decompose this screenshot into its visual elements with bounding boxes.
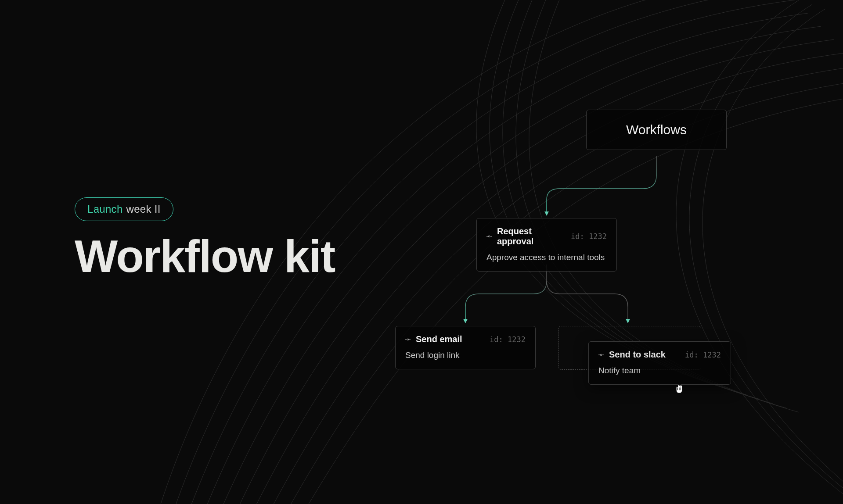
launch-week-badge: Launch week II [75,197,173,221]
node-title: Send to slack [609,350,680,360]
workflow-node-send-slack[interactable]: Send to slack id: 1232 Notify team [588,341,731,385]
badge-rest-text: week II [126,203,161,215]
workflow-node-send-email[interactable]: Send email id: 1232 Send login link [395,326,536,369]
node-description: Approve access to internal tools [486,253,607,262]
node-id: id: 1232 [685,350,721,359]
workflow-root-node[interactable]: Workflows [586,110,727,150]
svg-point-6 [600,354,602,356]
svg-point-3 [407,339,409,340]
node-description: Notify team [598,366,721,375]
node-title: Request approval [497,226,566,247]
commit-icon [405,337,411,342]
commit-icon [598,352,604,357]
commit-icon [486,234,492,239]
badge-accent-text: Launch [87,203,123,215]
node-description: Send login link [405,350,526,360]
svg-point-0 [488,236,490,237]
root-label: Workflows [626,122,687,137]
node-id: id: 1232 [571,232,607,241]
node-title: Send email [416,334,484,344]
page-title: Workflow kit [75,232,335,280]
workflow-node-request-approval[interactable]: Request approval id: 1232 Approve access… [476,218,617,272]
node-id: id: 1232 [490,335,526,344]
